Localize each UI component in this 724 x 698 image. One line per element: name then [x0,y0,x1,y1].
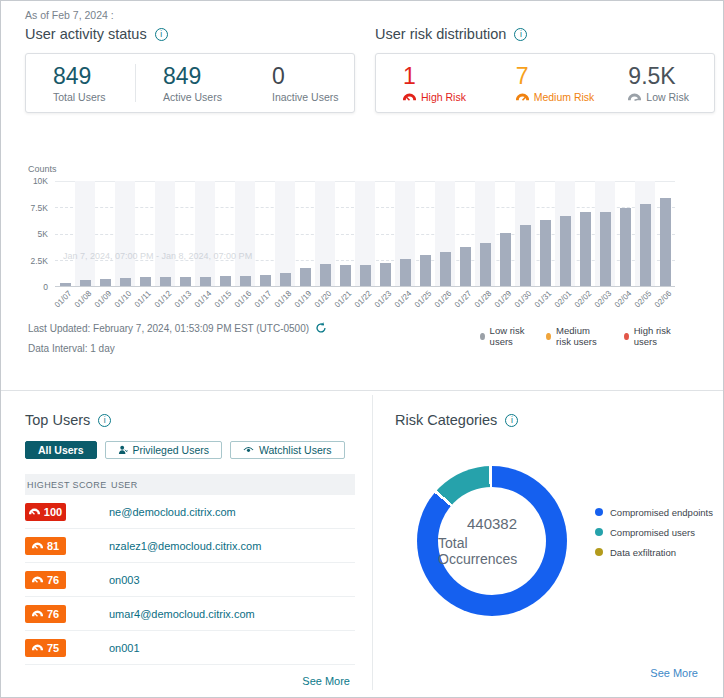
total-occurrences-label: Total Occurrences [438,535,546,567]
last-updated-text: Last Updated: February 7, 2024, 01:53:09… [28,323,309,334]
tab-watchlist-users[interactable]: Watchlist Users [230,441,345,459]
legend-item[interactable]: Medium risk users [546,325,607,347]
bar-slot: 01/08 [75,181,95,286]
x-tick-label: 01/23 [372,289,393,310]
legend-item[interactable]: Data exfiltration [595,547,713,558]
as-of-date: As of Feb 7, 2024 : [25,9,114,21]
active-users-label: Active Users [163,91,245,103]
score-gauge-icon [29,508,40,515]
x-tick-label: 01/14 [192,289,213,310]
legend-item[interactable]: Low risk users [480,325,529,347]
bar-01/12[interactable] [160,277,171,286]
x-tick-label: 01/08 [72,289,93,310]
user-activity-panel: User activity status i 849 Total Users 8… [25,26,355,113]
bar-slot: 02/01 [555,181,575,286]
top-users-see-more-link[interactable]: See More [25,665,355,687]
info-icon[interactable]: i [98,414,111,427]
info-icon[interactable]: i [514,28,527,41]
legend-item[interactable]: Compromised endpoints [595,507,713,518]
bar-01/14[interactable] [200,277,211,286]
risk-score-badge: 76 [25,605,66,623]
tab-all-users[interactable]: All Users [25,441,97,459]
risk-categories-donut-chart[interactable]: 440382 Total Occurrences [417,466,567,616]
bar-02/01[interactable] [560,216,571,286]
medium-risk-stat: 7 Medium Risk [489,64,602,103]
top-users-title: Top Users [25,412,90,428]
y-axis: 10K 7.5K 5K 2.5K 0 [25,181,55,287]
info-icon[interactable]: i [155,28,168,41]
bar-01/21[interactable] [340,265,351,286]
tab-privileged-users[interactable]: Privileged Users [105,441,222,459]
info-icon[interactable]: i [505,414,518,427]
user-link[interactable]: umar4@democloud.citrix.com [109,608,355,620]
x-tick-label: 01/19 [292,289,313,310]
top-users-table: HIGHEST SCORE USER 100ne@democloud.citri… [25,474,355,665]
top-users-panel: Top Users i All Users Privileged Users W… [25,412,355,687]
inactive-users-label: Inactive Users [272,91,354,103]
x-tick-label: 01/21 [332,289,353,310]
bar-01/29[interactable] [500,233,511,286]
bar-01/09[interactable] [100,279,111,286]
user-link[interactable]: on003 [109,574,355,586]
legend-item[interactable]: High risk users [624,325,675,347]
bar-01/07[interactable] [60,283,71,286]
x-tick-label: 01/26 [432,289,453,310]
bar-02/06[interactable] [660,198,671,286]
user-link[interactable]: on001 [109,642,355,654]
legend-item[interactable]: Compromised users [595,527,713,538]
bar-01/26[interactable] [440,252,451,286]
medium-risk-label: Medium Risk [534,91,595,103]
user-link[interactable]: ne@democloud.citrix.com [109,506,355,518]
x-tick-label: 01/30 [512,289,533,310]
bar-01/30[interactable] [520,225,531,286]
bar-01/25[interactable] [420,255,431,286]
user-link[interactable]: nzalez1@democloud.citrix.com [109,540,355,552]
high-risk-gauge-icon [403,93,416,101]
bar-slot: 02/06 [655,181,675,286]
refresh-icon[interactable] [315,322,327,334]
bar-01/27[interactable] [460,247,471,286]
low-risk-label: Low Risk [646,91,689,103]
bar-slot: 01/13 [175,181,195,286]
bar-01/22[interactable] [360,265,371,286]
user-activity-card: 849 Total Users 849 Active Users 0 Inact… [25,53,355,113]
bar-01/13[interactable] [180,277,191,286]
bar-01/31[interactable] [540,220,551,286]
total-occurrences-value: 440382 [467,515,517,532]
bar-slot: 01/29 [495,181,515,286]
bar-01/15[interactable] [220,276,231,286]
bar-chart-plot-area[interactable]: 01/0701/0801/0901/1001/1101/1201/1301/14… [55,181,675,287]
low-risk-value: 9.5K [628,64,714,88]
bar-02/05[interactable] [640,204,651,286]
bar-01/17[interactable] [260,275,271,286]
bar-01/23[interactable] [380,263,391,286]
score-gauge-icon [32,576,43,583]
bar-01/24[interactable] [400,259,411,286]
x-tick-label: 01/18 [272,289,293,310]
bar-01/18[interactable] [280,273,291,286]
bar-01/11[interactable] [140,277,151,286]
x-tick-label: 02/06 [652,289,673,310]
bar-slot: 01/23 [375,181,395,286]
bar-slot: 01/18 [275,181,295,286]
bar-01/19[interactable] [300,268,311,286]
x-tick-label: 01/17 [252,289,273,310]
bar-01/16[interactable] [240,276,251,286]
risk-score-badge: 100 [25,503,66,521]
table-row: 75on001 [25,631,355,665]
bar-02/02[interactable] [580,212,591,286]
user-risk-card: 1 High Risk 7 Medium Risk 9.5K [375,53,715,113]
bar-01/08[interactable] [80,280,91,287]
risk-categories-see-more-link[interactable]: See More [650,667,698,679]
bar-02/04[interactable] [620,208,631,286]
table-row: 76on003 [25,563,355,597]
x-tick-label: 01/25 [412,289,433,310]
bar-01/28[interactable] [480,243,491,286]
bar-slot: 01/28 [475,181,495,286]
bar-slot: 01/30 [515,181,535,286]
bar-01/10[interactable] [120,278,131,286]
x-tick-label: 01/20 [312,289,333,310]
bar-02/03[interactable] [600,212,611,286]
bar-01/20[interactable] [320,264,331,286]
table-row: 100ne@democloud.citrix.com [25,495,355,529]
